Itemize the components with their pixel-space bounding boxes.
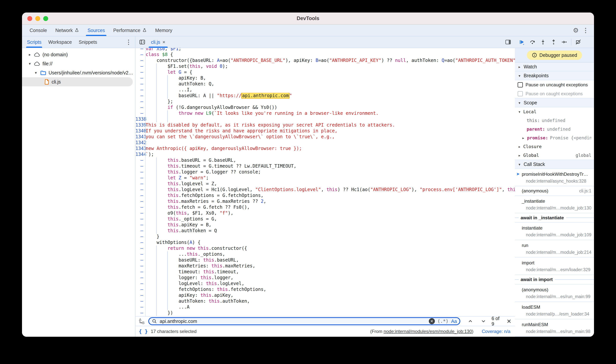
line-gutter[interactable]: – (135, 257, 145, 263)
line-gutter[interactable]: – (135, 69, 145, 75)
code-line[interactable]: 1340If you understand the risks and have… (135, 128, 515, 134)
minimize-window-button[interactable] (35, 16, 40, 21)
line-gutter[interactable]: – (135, 263, 145, 269)
code-editor[interactable]: –var Xs0, $F1;–class $8 {– constructor({… (135, 48, 515, 316)
line-gutter[interactable]: 1338 (135, 116, 145, 122)
line-gutter[interactable]: – (135, 316, 145, 316)
line-gutter[interactable]: – (135, 52, 145, 58)
line-gutter[interactable]: – (135, 234, 145, 240)
callstack-frame[interactable]: runMainESMnode:internal/m…es/run_main:98 (515, 319, 594, 337)
settings-gear-icon[interactable]: ⚙ (571, 25, 581, 35)
search-input[interactable]: api.anthropic.com ✕ (.*) Aa (148, 317, 460, 325)
code-line[interactable]: – this.apiKey = B, (135, 222, 515, 228)
line-gutter[interactable]: – (135, 81, 145, 87)
close-window-button[interactable] (27, 16, 32, 21)
pretty-print-icon[interactable]: { } (139, 329, 148, 334)
coverage-link[interactable]: Coverage: n/a (482, 329, 510, 334)
code-line[interactable]: – } (135, 234, 515, 240)
checkbox-icon[interactable] (518, 82, 523, 88)
section-watch[interactable]: ▸ Watch (515, 63, 594, 71)
line-gutter[interactable]: – (135, 246, 145, 251)
module-link[interactable]: node:internal/modules/esm/module_job:130 (384, 329, 472, 334)
code-line[interactable]: – this.logLevel = Z, (135, 181, 515, 187)
callstack-frame[interactable]: (anonymous)node:internal/m…es/run_main:9… (515, 285, 594, 302)
sidebar-more-icon[interactable]: ⋮ (124, 37, 134, 47)
code-line[interactable]: 1343new Anthropic({ apiKey, dangerouslyA… (135, 146, 515, 152)
tab-workspace[interactable]: Workspace (45, 36, 75, 48)
code-line[interactable]: – $F1.set(this, void 0); (135, 64, 515, 69)
line-gutter[interactable]: – (135, 240, 145, 246)
code-line[interactable]: 1344`); (135, 152, 515, 157)
line-gutter[interactable]: 1342 (135, 140, 145, 146)
code-line[interactable]: – return new this.constructor({ (135, 246, 515, 251)
code-line[interactable]: – logLevel: this.logLevel, (135, 281, 515, 286)
scope-global[interactable]: ▸Global global (515, 151, 594, 160)
line-gutter[interactable]: – (135, 93, 145, 99)
line-gutter[interactable]: – (135, 286, 145, 292)
code-line[interactable]: – constructor({baseURL: A=ao("ANTHROPIC_… (135, 58, 515, 64)
tab-console[interactable]: Console (25, 25, 51, 36)
chevron-right-icon[interactable]: ▸ (28, 52, 32, 57)
code-line[interactable]: – timeout: this.timeout, (135, 269, 515, 275)
code-line[interactable]: – apiKey: B, (135, 75, 515, 81)
line-gutter[interactable]: – (135, 58, 145, 64)
code-line[interactable]: – baseURL: this.baseURL, (135, 257, 515, 263)
code-line[interactable]: – this.logLevel = Hc1(G.logLevel, "Clien… (135, 187, 515, 193)
code-line[interactable]: – this._options = G, (135, 216, 515, 222)
code-line[interactable]: –var Xs0, $F1; (135, 48, 515, 52)
line-gutter[interactable]: – (135, 99, 145, 104)
line-gutter[interactable]: – (135, 304, 145, 310)
code-line[interactable]: – this.fetch = G.fetch ?? Fs0(), (135, 204, 515, 210)
callstack-frame[interactable]: instantiatenode:internal/m…module_job:10… (515, 223, 594, 240)
line-gutter[interactable]: – (135, 110, 145, 116)
line-gutter[interactable]: 1339 (135, 122, 145, 128)
line-gutter[interactable]: – (135, 275, 145, 281)
code-line[interactable]: – logger: this.logger, (135, 275, 515, 281)
tree-item-file-protocol[interactable]: ▾ file:// (22, 59, 135, 68)
regex-toggle[interactable]: (.*) (437, 319, 448, 324)
code-line[interactable]: – authToken: this.authToken, (135, 298, 515, 304)
code-line[interactable]: – throw new L9(`It looks like you're run… (135, 110, 515, 116)
scope-entry-promise[interactable]: ▸promise:Promise {<pending>} (515, 133, 594, 142)
line-gutter[interactable]: – (135, 292, 145, 298)
step-over-icon[interactable] (528, 38, 537, 47)
line-gutter[interactable]: – (135, 157, 145, 163)
callstack-frame[interactable]: (anonymous)cli.js:1 (515, 186, 594, 196)
line-gutter[interactable]: – (135, 193, 145, 198)
code-line[interactable]: – this.authToken = Q (135, 228, 515, 234)
code-line[interactable]: – let G = { (135, 69, 515, 75)
replace-toggle-icon[interactable]: AB (138, 317, 146, 325)
line-gutter[interactable]: – (135, 64, 145, 69)
code-line[interactable]: – this.logger = G.logger ?? console; (135, 169, 515, 175)
step-icon[interactable] (560, 38, 569, 47)
line-gutter[interactable]: – (135, 210, 145, 216)
code-line[interactable]: – } (135, 316, 515, 316)
section-breakpoints[interactable]: ▾ Breakpoints (515, 71, 594, 80)
line-gutter[interactable]: – (135, 281, 145, 286)
callstack-frame[interactable]: loadESMnode:internal/p…/esm_loader:34 (515, 302, 594, 319)
line-gutter[interactable]: 1344 (135, 152, 145, 157)
chevron-down-icon[interactable]: ▾ (28, 61, 32, 66)
line-gutter[interactable]: – (135, 310, 145, 316)
code-line[interactable]: – o9(this, $F1, Xs0, "f"), (135, 210, 515, 216)
code-line[interactable]: – fetchOptions: this.fetchOptions, (135, 286, 515, 292)
code-line[interactable]: – this.timeout = G.timeout ?? Lw.DEFAULT… (135, 163, 515, 169)
code-line[interactable]: –class $8 { (135, 52, 515, 58)
code-line[interactable]: – ...this._options, (135, 251, 515, 257)
tab-performance[interactable]: Performance (109, 25, 151, 36)
line-gutter[interactable]: – (135, 269, 145, 275)
callstack-frame[interactable]: _instantiatenode:internal/m…module_job:1… (515, 196, 594, 213)
code-line[interactable]: – this.fetchOptions = G.fetchOptions, (135, 193, 515, 198)
close-search-icon[interactable]: ✕ (506, 318, 512, 325)
tab-network[interactable]: Network (51, 25, 84, 36)
scope-local[interactable]: ▾Local (515, 107, 594, 116)
line-gutter[interactable]: – (135, 222, 145, 228)
line-gutter[interactable]: – (135, 198, 145, 204)
code-line[interactable]: – ...A (135, 304, 515, 310)
step-out-icon[interactable] (549, 38, 558, 47)
tree-item-folder[interactable]: ▾ Users/jinhuilee/.nvm/versions/node/v2… (22, 68, 135, 77)
code-line[interactable]: 1342 (135, 140, 515, 146)
section-call-stack[interactable]: ▾ Call Stack (515, 160, 594, 169)
line-gutter[interactable]: – (135, 175, 145, 181)
code-line[interactable]: – authToken: Q, (135, 81, 515, 87)
